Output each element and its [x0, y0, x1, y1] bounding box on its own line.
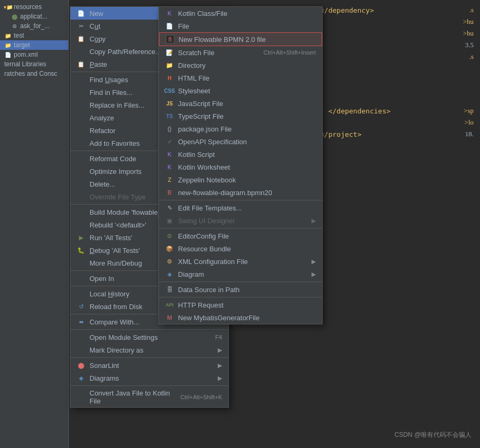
submenu-item-edit-templates[interactable]: ✎ Edit File Templates... [159, 201, 322, 214]
menu-label-diagrams: Diagrams [90, 374, 214, 382]
diagram-arrow-icon: ▶ [312, 271, 316, 278]
file-new-icon: 📄 [165, 22, 174, 30]
optimize-icon [77, 167, 85, 175]
folder-open-icon: ▾📁 [4, 3, 12, 11]
diagrams-icon: ◈ [77, 374, 85, 382]
menu-item-convert-kotlin[interactable]: Convert Java File to Kotlin File Ctrl+Al… [70, 387, 228, 407]
code-line-64: 64 .s [303, 51, 474, 63]
swing-arrow-icon: ▶ [312, 217, 316, 224]
submenu-label-swing: Swing UI Designer [178, 217, 307, 225]
submenu-item-openapi[interactable]: ✓ OpenAPI Specification [159, 135, 322, 148]
diagram-new-icon: ◈ [165, 270, 174, 278]
editorconfig-icon: ⚙ [165, 232, 174, 240]
zeppelin-icon: Z [165, 175, 174, 184]
resource-bundle-icon: 📦 [165, 244, 174, 253]
kotlin-script-icon: K [165, 150, 174, 159]
module-settings-shortcut: F4 [215, 334, 222, 340]
submenu-item-kotlin-script[interactable]: K Kotlin Script [159, 148, 322, 161]
tree-item-test[interactable]: 📁 test [0, 31, 68, 40]
submenu-item-kotlin-class[interactable]: K Kotlin Class/File [159, 7, 322, 20]
tree-item-label: applicat... [20, 13, 47, 20]
file-settings-icon: ⚙ [11, 22, 18, 30]
menu-item-mark-directory[interactable]: Mark Directory as ▶ [70, 344, 228, 356]
replace-icon [77, 101, 85, 109]
code-line-60: 60 </dependency> .s [303, 4, 474, 16]
tree-item-scratches[interactable]: ratches and Consc [0, 69, 68, 78]
submenu-item-mybatis[interactable]: M New MybatisGeneratorFile [159, 311, 322, 324]
submenu-item-kotlin-worksheet[interactable]: K Kotlin Worksheet [159, 161, 322, 173]
submenu-label-bpmn20-file: new-flowable-diagram.bpmn20 [178, 189, 316, 197]
folder-icon: 📁 [4, 41, 12, 49]
menu-label-mark-directory: Mark Directory as [90, 346, 214, 354]
submenu-label-scratch: Scratch File [178, 49, 259, 57]
sonarlint-icon: ⬤ [77, 361, 85, 370]
convert-kotlin-shortcut: Ctrl+Alt+Shift+K [180, 394, 222, 400]
tree-item-target[interactable]: 📁 target [0, 40, 68, 50]
open-in-icon [77, 274, 85, 283]
submenu-item-bpmn20-file[interactable]: B new-flowable-diagram.bpmn20 [159, 186, 322, 199]
scratch-icon: 📝 [165, 48, 174, 57]
datasource-icon: 🗄 [165, 285, 174, 294]
override-icon [77, 192, 85, 201]
code-line-65: 65 </dependencies> >sp [303, 105, 474, 117]
menu-item-sonarlint[interactable]: ⬤ SonarLint ▶ [70, 359, 228, 372]
code-line-61: 61 >hu [303, 16, 474, 28]
debug-icon: 🐛 [77, 246, 85, 254]
submenu-item-xml-config[interactable]: ⚙ XML Configuration File ▶ [159, 255, 322, 268]
scratch-shortcut: Ctrl+Alt+Shift+Insert [263, 49, 316, 56]
bpmn20-file-icon: B [165, 188, 174, 197]
xml-icon: 📄 [4, 51, 12, 58]
new-icon: 📄 [77, 9, 85, 17]
tree-item-resources[interactable]: ▾📁 resources [0, 2, 68, 12]
xml-config-icon: ⚙ [165, 257, 174, 266]
separator-8 [70, 357, 228, 358]
tree-item-label: pom.xml [14, 51, 38, 58]
submenu-item-diagram[interactable]: ◈ Diagram ▶ [159, 268, 322, 280]
tree-item-ask-for[interactable]: ⚙ ask_for_... [0, 21, 68, 31]
submenu-label-datasource: Data Source in Path [178, 286, 316, 294]
submenu-item-http-request[interactable]: API HTTP Request [159, 298, 322, 311]
submenu-item-swing-designer: ▣ Swing UI Designer ▶ [159, 214, 322, 227]
submenu-item-datasource[interactable]: 🗄 Data Source in Path [159, 283, 322, 296]
ts-icon: TS [165, 112, 174, 120]
code-line-62: 62 >hu [303, 28, 474, 39]
code-line-66: 66 >lo [303, 117, 474, 128]
tree-item-applicat[interactable]: ⬤ applicat... [0, 12, 68, 21]
scissors-icon: ✂ [77, 22, 85, 30]
submenu-item-package-json[interactable]: {} package.json File [159, 122, 322, 135]
convert-kotlin-icon [77, 393, 85, 401]
local-history-icon [77, 289, 85, 298]
tree-item-pomxml[interactable]: 📄 pom.xml [0, 50, 68, 59]
code-editor: 60 </dependency> .s 61 >hu 62 >hu 63 3.5… [297, 0, 480, 448]
submenu-item-html[interactable]: H HTML File [159, 72, 322, 84]
delete-icon [77, 180, 85, 188]
submenu-item-stylesheet[interactable]: CSS Stylesheet [159, 84, 322, 97]
submenu-item-editorconfig[interactable]: ⚙ EditorConfig File [159, 230, 322, 242]
tree-item-external-libs[interactable]: ternal Libraries [0, 59, 68, 69]
submenu-item-ts[interactable]: TS TypeScript File [159, 110, 322, 122]
submenu-item-bpmn[interactable]: B New Flowable BPMN 2.0 file [159, 32, 322, 46]
kotlin-worksheet-icon: K [165, 163, 174, 171]
submenu-item-scratch[interactable]: 📝 Scratch File Ctrl+Alt+Shift+Insert [159, 46, 322, 59]
submenu-label-xml-config: XML Configuration File [178, 258, 307, 266]
menu-label-convert-kotlin: Convert Java File to Kotlin File [90, 389, 176, 405]
submenu-item-file[interactable]: 📄 File [159, 20, 322, 32]
sonarlint-arrow-icon: ▶ [218, 362, 222, 369]
menu-label-sonarlint: SonarLint [90, 362, 214, 370]
submenu-label-html: HTML File [178, 74, 316, 82]
submenu-label-package-json: package.json File [178, 125, 316, 133]
submenu-item-zeppelin[interactable]: Z Zeppelin Notebook [159, 173, 322, 186]
analyze-icon [77, 113, 85, 122]
xml-config-arrow-icon: ▶ [312, 258, 316, 265]
find-usages-icon [77, 75, 85, 84]
submenu-item-resource-bundle[interactable]: 📦 Resource Bundle [159, 242, 322, 255]
submenu-item-js[interactable]: JS JavaScript File [159, 97, 322, 110]
tree-item-label: test [14, 32, 24, 39]
tree-item-label: ask_for_... [20, 22, 50, 30]
menu-item-open-module-settings[interactable]: Open Module Settings F4 [70, 331, 228, 344]
menu-item-diagrams[interactable]: ◈ Diagrams ▶ [70, 372, 228, 384]
separator-7 [70, 329, 228, 330]
submenu-label-zeppelin: Zeppelin Notebook [178, 176, 316, 184]
submenu-item-directory[interactable]: 📁 Directory [159, 59, 322, 72]
paste-icon: 📋 [77, 60, 85, 68]
